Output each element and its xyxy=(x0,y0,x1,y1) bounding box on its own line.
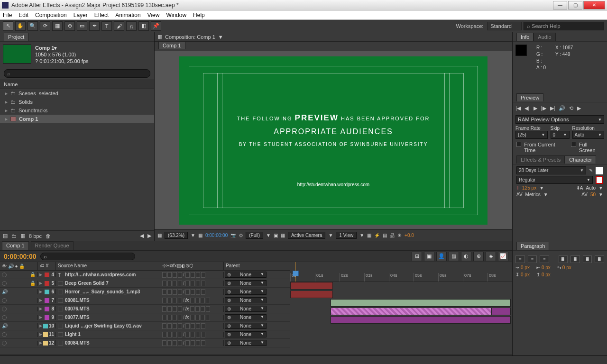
next-frame-button[interactable]: |▶ xyxy=(541,105,546,111)
stroke-color[interactable] xyxy=(596,176,603,184)
layer-bar[interactable] xyxy=(290,282,333,290)
menu-help[interactable]: Help xyxy=(193,12,205,18)
new-folder-icon[interactable]: 🗀 xyxy=(11,233,17,239)
character-tab[interactable]: Character xyxy=(565,155,596,164)
layer-row[interactable]: 🔊▶10Liquid …ger Swirling Easy 01.wav / ⊚… xyxy=(0,322,290,330)
font-style-dropdown[interactable]: Regular▼ xyxy=(516,176,593,184)
fullscreen-checkbox[interactable] xyxy=(571,142,576,147)
lock-icon[interactable]: 🔒 xyxy=(30,272,36,277)
zoom-tool[interactable]: 🔍 xyxy=(28,21,38,31)
pan-behind-tool[interactable]: ⊕ xyxy=(64,21,75,31)
visibility-toggle[interactable] xyxy=(2,315,7,320)
project-item[interactable]: ▶🗀Scenes_selected xyxy=(0,89,154,98)
label-color[interactable] xyxy=(45,315,49,320)
roi-icon[interactable]: ▣ xyxy=(274,233,278,238)
align-right-button[interactable]: ≡ xyxy=(540,255,549,263)
project-tab[interactable]: Project xyxy=(4,33,28,41)
comp-tab[interactable]: Comp 1 xyxy=(158,41,185,49)
label-color[interactable] xyxy=(43,332,48,337)
justify-right-button[interactable]: ≣ xyxy=(583,255,592,263)
layer-row[interactable]: ▶700081.MTS / fx⊚ None▼ xyxy=(0,296,290,305)
draft-3d-icon[interactable]: ▣ xyxy=(424,252,434,261)
timecode-display[interactable]: 0:00:00:00 xyxy=(205,233,228,238)
menu-effect[interactable]: Effect xyxy=(94,12,109,18)
ram-preview-button[interactable]: ▶ xyxy=(577,105,581,111)
clone-tool[interactable]: ⎌ xyxy=(126,21,137,31)
layer-bar[interactable] xyxy=(331,308,492,315)
views-dropdown[interactable]: 1 View xyxy=(336,232,357,239)
pixel-aspect-icon[interactable]: ▦ xyxy=(367,233,371,238)
loop-button[interactable]: ⟲ xyxy=(569,105,573,111)
menu-view[interactable]: View xyxy=(147,12,160,18)
graph-editor-icon[interactable]: 📈 xyxy=(498,252,508,261)
menu-composition[interactable]: Composition xyxy=(35,12,67,18)
playhead[interactable] xyxy=(295,262,295,282)
maximize-button[interactable]: ▢ xyxy=(568,1,582,9)
parent-dropdown[interactable]: ⊚ None▼ xyxy=(225,280,267,286)
interpret-footage-icon[interactable]: ▤ xyxy=(3,233,8,239)
new-comp-icon[interactable]: ▦ xyxy=(20,233,25,239)
menu-file[interactable]: File xyxy=(3,12,12,18)
resolution-icon[interactable]: ▦ xyxy=(198,233,202,238)
fx-badge[interactable]: fx xyxy=(185,306,189,311)
info-tab[interactable]: Info xyxy=(516,33,533,41)
parent-dropdown[interactable]: ⊚ None▼ xyxy=(225,340,267,346)
menu-edit[interactable]: Edit xyxy=(18,12,28,18)
layer-row[interactable]: ▶1200084.MTS / ⊚ None▼ xyxy=(0,339,290,347)
workspace-dropdown[interactable]: Standard xyxy=(487,22,522,30)
composition-viewer[interactable]: THE FOLLOWING PREVIEW HAS BEEN APPROVED … xyxy=(155,51,512,229)
visibility-toggle[interactable] xyxy=(2,273,7,277)
indent-field[interactable]: ⇆0 px xyxy=(557,265,571,270)
timeline-icon[interactable]: ▤ xyxy=(383,233,387,238)
parent-dropdown[interactable]: ⊚ None▼ xyxy=(225,331,267,337)
comp-flowchart-icon[interactable]: 品 xyxy=(390,232,395,239)
visibility-toggle[interactable] xyxy=(2,307,7,311)
parent-dropdown[interactable]: ⊚ None▼ xyxy=(225,272,267,278)
layer-row[interactable]: ▶800076.MTS / fx⊚ None▼ xyxy=(0,305,290,313)
layer-bar[interactable] xyxy=(331,316,511,324)
tracking-value[interactable]: 50 xyxy=(590,192,596,197)
layer-row[interactable]: 🔒▶4Thttp://…ntwhan.wordpress.com / ⊚ Non… xyxy=(0,271,290,279)
comp-mini-flowchart-icon[interactable]: ⊞ xyxy=(412,252,422,261)
motion-blur-icon[interactable]: ◐ xyxy=(461,252,471,261)
first-frame-button[interactable]: |◀ xyxy=(515,105,521,111)
layer-bar[interactable] xyxy=(492,308,511,315)
shy-icon[interactable]: 👤 xyxy=(436,252,447,261)
puppet-tool[interactable]: 📌 xyxy=(151,21,161,31)
last-frame-button[interactable]: ▶| xyxy=(550,105,555,111)
label-color[interactable] xyxy=(43,341,48,346)
audio-toggle[interactable]: 🔊 xyxy=(2,323,8,328)
rotate-tool[interactable]: ⟳ xyxy=(40,21,50,31)
always-preview-icon[interactable]: ▦ xyxy=(157,233,162,238)
next-icon[interactable]: ▶ xyxy=(147,233,151,239)
minimize-button[interactable]: — xyxy=(553,1,567,9)
current-timecode[interactable]: 0:00:00:00 xyxy=(4,253,37,260)
frame-blend-icon[interactable]: ▨ xyxy=(449,252,459,261)
visibility-toggle[interactable] xyxy=(2,298,7,303)
justify-center-button[interactable]: ≣ xyxy=(570,255,580,263)
layer-row[interactable]: 🔒▶5Deep Green Solid 7 / ⊚ None▼ xyxy=(0,279,290,288)
parent-dropdown[interactable]: ⊚ None▼ xyxy=(225,314,267,320)
label-color[interactable] xyxy=(45,307,49,311)
align-center-button[interactable]: ≡ xyxy=(528,255,537,263)
layer-row[interactable]: 🔊▶6Horror_…-_Scary_sounds_1.mp3 / ⊚ None… xyxy=(0,288,290,296)
fx-badge[interactable]: fx xyxy=(185,298,189,303)
brainstorm-icon[interactable]: ⊛ xyxy=(473,252,484,261)
preview-tab[interactable]: Preview xyxy=(516,93,543,101)
skip-dropdown[interactable]: 0▼ xyxy=(551,131,570,139)
zoom-dropdown[interactable]: (63.2%) xyxy=(165,232,188,239)
type-tool[interactable]: T xyxy=(101,21,112,31)
label-color[interactable] xyxy=(43,324,48,328)
project-name-header[interactable]: Name xyxy=(0,80,154,89)
indent-field[interactable]: ↥0 px xyxy=(536,272,551,277)
label-color[interactable] xyxy=(45,281,49,286)
comp-thumbnail[interactable] xyxy=(3,45,31,64)
close-button[interactable]: ✕ xyxy=(583,1,605,9)
prev-icon[interactable]: ◀ xyxy=(140,233,144,239)
leading-value[interactable]: Auto xyxy=(586,185,596,191)
layer-row[interactable]: ▶900077.MTS / fx⊚ None▼ xyxy=(0,313,290,322)
eyedropper-icon[interactable]: ✎ xyxy=(589,168,593,173)
play-button[interactable]: ▶ xyxy=(533,105,537,111)
align-left-button[interactable]: ≡ xyxy=(515,255,525,263)
paragraph-tab[interactable]: Paragraph xyxy=(516,242,549,250)
